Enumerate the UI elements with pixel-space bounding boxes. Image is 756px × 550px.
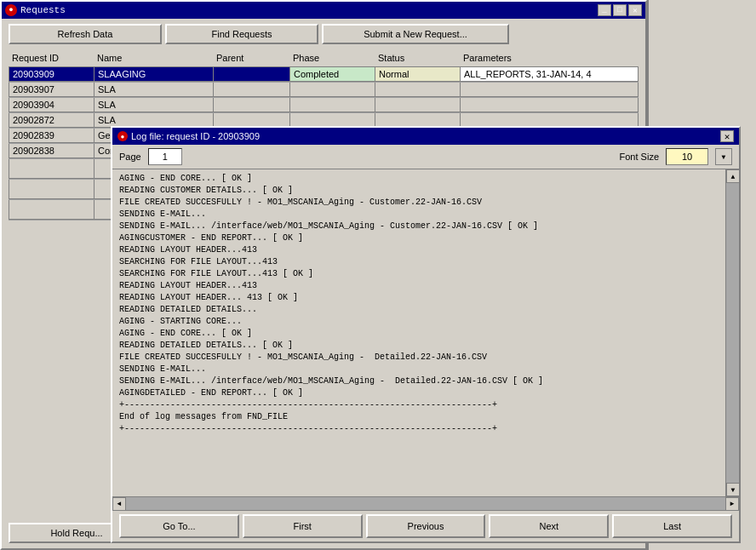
cell-phase — [289, 83, 375, 97]
cell-name: SLA — [94, 98, 213, 112]
log-vertical-scrollbar: ▲ ▼ — [725, 169, 739, 496]
col-status: Status — [375, 51, 460, 65]
first-button[interactable]: First — [243, 514, 363, 538]
cell-status — [375, 83, 460, 97]
title-bar-left: ● Requests — [5, 4, 66, 16]
find-requests-button[interactable]: Find Requests — [165, 24, 318, 44]
scroll-track-v[interactable] — [726, 183, 739, 483]
table-row[interactable]: 20903909 SLAAGING Completed Normal ALL_R… — [9, 67, 639, 83]
font-size-label: Font Size — [620, 152, 659, 162]
cell-request-id: 20903904 — [9, 98, 94, 112]
maximize-button[interactable]: □ — [613, 4, 627, 16]
page-label: Page — [119, 152, 141, 162]
cell-request-id: 20902838 — [9, 144, 94, 158]
cell-request-id: 20902872 — [9, 113, 94, 128]
cell-parent — [213, 98, 289, 112]
next-button[interactable]: Next — [489, 514, 609, 538]
log-app-icon: ● — [117, 131, 128, 141]
cell-phase: Completed — [289, 67, 375, 82]
log-bottom-buttons: Go To... First Previous Next Last — [112, 510, 739, 541]
title-bar: ● Requests _ □ ✕ — [2, 2, 645, 19]
cell-request-id: 20903907 — [9, 83, 94, 97]
col-phase: Phase — [289, 51, 375, 65]
scroll-down-button[interactable]: ▼ — [726, 483, 739, 496]
refresh-button[interactable]: Refresh Data — [9, 24, 162, 44]
scroll-right-button[interactable]: ► — [725, 497, 739, 511]
font-size-input[interactable] — [666, 148, 708, 165]
col-request-id: Request ID — [9, 51, 94, 65]
table-row[interactable]: 20903904 SLA — [9, 98, 639, 113]
page-input[interactable] — [148, 148, 182, 165]
cell-status — [375, 98, 460, 112]
font-size-dropdown[interactable]: ▼ — [715, 148, 732, 165]
col-parent: Parent — [213, 51, 289, 65]
last-button[interactable]: Last — [612, 514, 732, 538]
app-icon: ● — [5, 4, 17, 16]
col-name: Name — [94, 51, 213, 65]
log-content: AGING - END CORE... [ OK ] READING CUSTO… — [112, 169, 739, 496]
log-title-bar: ● Log file: request ID - 20903909 ✕ — [112, 128, 739, 145]
cell-request-id: 20903909 — [9, 67, 94, 82]
title-bar-controls: _ □ ✕ — [598, 4, 642, 16]
previous-button[interactable]: Previous — [366, 514, 486, 538]
window-title: Requests — [20, 5, 66, 15]
cell-request-id: 20902839 — [9, 129, 94, 143]
log-toolbar: Page Font Size ▼ — [112, 145, 739, 169]
toolbar: Refresh Data Find Requests Submit a New … — [2, 19, 645, 49]
col-parameters: Parameters — [460, 51, 639, 65]
log-horizontal-scrollbar: ◄ ► — [112, 496, 739, 510]
cell-params — [460, 98, 639, 112]
cell-name: SLAAGING — [94, 67, 213, 82]
cell-parent — [213, 83, 289, 97]
cell-parent — [213, 67, 289, 82]
cell-params — [460, 83, 639, 97]
log-close-button[interactable]: ✕ — [720, 130, 734, 142]
log-text: AGING - END CORE... [ OK ] READING CUSTO… — [112, 169, 725, 496]
close-button[interactable]: ✕ — [628, 4, 642, 16]
scroll-track-h[interactable] — [126, 497, 725, 510]
cell-phase — [289, 98, 375, 112]
log-dialog: ● Log file: request ID - 20903909 ✕ Page… — [111, 126, 741, 543]
cell-status: Normal — [375, 67, 460, 82]
scroll-up-button[interactable]: ▲ — [726, 169, 739, 183]
minimize-button[interactable]: _ — [598, 4, 611, 16]
goto-button[interactable]: Go To... — [119, 514, 239, 538]
log-title-left: ● Log file: request ID - 20903909 — [117, 131, 260, 141]
cell-params: ALL_REPORTS, 31-JAN-14, 4 — [460, 67, 639, 82]
log-title: Log file: request ID - 20903909 — [131, 131, 260, 141]
table-header: Request ID Name Parent Phase Status Para… — [9, 49, 639, 67]
table-row[interactable]: 20903907 SLA — [9, 83, 639, 98]
cell-name: SLA — [94, 83, 213, 97]
submit-request-button[interactable]: Submit a New Request... — [322, 24, 509, 44]
scroll-left-button[interactable]: ◄ — [112, 497, 126, 511]
